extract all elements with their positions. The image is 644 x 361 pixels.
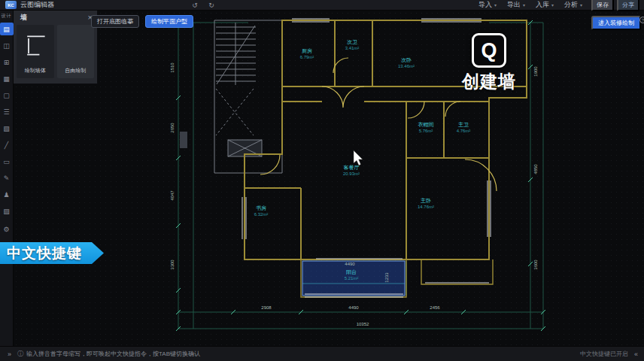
chevron-down-icon: ▾ (494, 2, 497, 8)
settings-gear-icon[interactable]: ⚙ (0, 223, 14, 235)
wall-panel-title: 墙 (20, 13, 27, 23)
app-title: 云图编辑器 (20, 0, 54, 10)
tool-door-icon[interactable]: ◫ (0, 39, 14, 52)
tool-wall-icon[interactable]: ▤ (0, 23, 14, 35)
tool-ceiling-icon[interactable]: ▧ (0, 122, 14, 135)
expand-chevron-icon[interactable]: » (0, 350, 17, 358)
rail-section-label: 设计 (2, 13, 12, 20)
menu-bar: 导入▾导出▾入库▾分析▾ (478, 0, 588, 10)
wall-tool-cards: 绘制墙体 自由绘制 (14, 25, 97, 78)
menu-library[interactable]: 入库▾ (536, 0, 554, 10)
draw-wall-icon (21, 25, 50, 67)
status-bar: » ⓘ 输入拼音首字母缩写，即可唤起中文快捷指令，按TAB键切换确认 中文快捷键… (0, 346, 644, 361)
mode-button-trace[interactable]: 打开底图临摹 (91, 15, 139, 28)
status-right-text: 中文快捷键已开启 (580, 350, 628, 358)
tool-furniture-icon[interactable]: ▢ (0, 89, 14, 102)
tool-material-icon[interactable]: ▨ (0, 205, 14, 217)
undo-icon[interactable]: ↺ (190, 1, 200, 10)
tool-structure-icon[interactable]: ▦ (0, 72, 14, 85)
mouse-cursor (354, 150, 363, 165)
legend-block (180, 132, 187, 148)
enter-decoration-button[interactable]: 进入装修绘制 (591, 16, 641, 30)
shortcut-action-label: 创建墙 (461, 70, 517, 93)
menu-label: 导入 (478, 0, 492, 10)
menu-label: 分析 (564, 0, 578, 10)
collapse-chevron-icon[interactable]: « (634, 350, 638, 358)
tool-card-free-draw[interactable]: 自由绘制 (57, 25, 95, 78)
tool-window-icon[interactable]: ⊞ (0, 56, 14, 68)
chevron-down-icon: ▾ (551, 2, 554, 8)
drawing-canvas[interactable]: 厨房6.79m²次卫3.41m²次卧13.46m²衣帽间5.76m²主卫4.76… (14, 11, 644, 346)
tool-annotation-icon[interactable]: ✎ (0, 171, 14, 184)
info-icon: ⓘ (17, 350, 23, 358)
wall-tool-panel: 墙 × 绘制墙体 自由绘制 (14, 11, 98, 84)
tool-card-label: 自由绘制 (65, 67, 86, 78)
status-hint-text: 输入拼音首字母缩写，即可唤起中文快捷指令，按TAB键切换确认 (26, 350, 200, 358)
rail-tools: ▤◫⊞▦▢☰▧╱▭✎♟▨ (0, 23, 14, 221)
tool-card-draw-wall[interactable]: 绘制墙体 (17, 25, 54, 78)
share-button[interactable]: 分享 (617, 0, 639, 11)
selected-room-balcony[interactable] (302, 261, 405, 296)
stair-core (214, 20, 282, 173)
redo-icon[interactable]: ↻ (206, 1, 217, 10)
floor-plan-svg[interactable] (14, 11, 644, 346)
left-tool-rail: 设计 ▤◫⊞▦▢☰▧╱▭✎♟▨ ⚙ (0, 11, 14, 346)
tool-card-label: 绘制墙体 (25, 67, 46, 78)
tool-floor-icon[interactable]: ▭ (0, 155, 14, 168)
shortcut-ribbon-banner: 中文快捷键 (0, 242, 104, 264)
title-bar: KC 云图编辑器 ↺ ↻ 导入▾导出▾入库▾分析▾ 保存 分享 (0, 0, 644, 11)
app-window: KC 云图编辑器 ↺ ↻ 导入▾导出▾入库▾分析▾ 保存 分享 设计 ▤◫⊞▦▢… (0, 0, 644, 361)
tool-line-icon[interactable]: ╱ (0, 138, 14, 151)
wall-panel-header: 墙 × (14, 11, 97, 25)
tool-stairs-icon[interactable]: ☰ (0, 105, 14, 118)
mode-button-group: 打开底图临摹绘制平面户型 (91, 15, 193, 28)
menu-export[interactable]: 导出▾ (507, 0, 525, 10)
shortcut-keycap: Q (472, 33, 506, 68)
menu-label: 入库 (536, 0, 549, 10)
menu-label: 导出 (507, 0, 521, 10)
help-icon[interactable]: ? (639, 17, 644, 23)
menu-analyze[interactable]: 分析▾ (564, 0, 582, 10)
chevron-down-icon: ▾ (580, 2, 582, 8)
status-right-group: 中文快捷键已开启 « (580, 350, 644, 358)
menu-import[interactable]: 导入▾ (478, 0, 497, 10)
tool-person-icon[interactable]: ♟ (0, 188, 14, 201)
app-logo-icon: KC (5, 1, 17, 9)
chevron-down-icon: ▾ (523, 2, 525, 8)
save-button[interactable]: 保存 (591, 0, 614, 11)
mode-button-draw[interactable]: 绘制平面户型 (145, 15, 193, 28)
